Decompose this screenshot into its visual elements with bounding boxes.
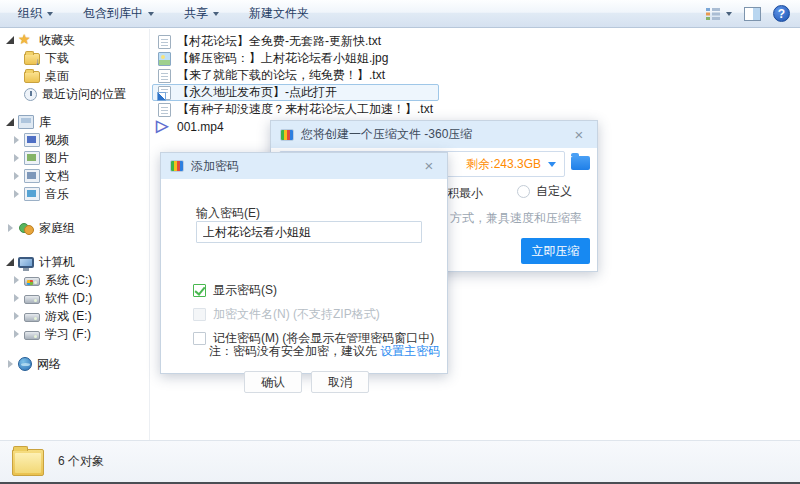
radio-icon[interactable] [517, 185, 530, 198]
sidebar-item-drive-d[interactable]: 软件 (D:) [0, 289, 149, 307]
sidebar-item-videos[interactable]: 视频 [0, 131, 149, 149]
sidebar-item-drive-e[interactable]: 游戏 (E:) [0, 307, 149, 325]
drive-icon [24, 295, 40, 304]
expand-triangle-icon[interactable] [10, 190, 22, 198]
navigation-pane: 收藏夹 下载 桌面 最近访问的位置 库 视频 图片 文档 音乐 [0, 29, 150, 440]
checkbox-icon[interactable] [193, 332, 206, 345]
recent-places-icon [24, 88, 37, 101]
sidebar-item-drive-c[interactable]: 系统 (C:) [0, 271, 149, 289]
music-library-icon [24, 187, 40, 201]
option-custom[interactable]: 自定义 [517, 183, 572, 200]
explorer-window: { "toolbar": { "organize": "组织", "includ… [0, 0, 800, 484]
file-row[interactable]: 【有种子却没速度？来村花论坛人工加速！】.txt [152, 101, 439, 118]
include-in-library-label: 包含到库中 [83, 5, 143, 22]
new-folder-label: 新建文件夹 [249, 5, 309, 22]
note-text: 注：密码没有安全加密，建议先 [209, 344, 380, 358]
sidebar-item-label: 下载 [45, 50, 69, 67]
chevron-down-icon [47, 12, 53, 16]
include-in-library-menu[interactable]: 包含到库中 [75, 1, 162, 26]
expand-triangle-icon[interactable] [10, 136, 22, 144]
sidebar-item-label: 库 [39, 114, 51, 131]
collapse-triangle-icon[interactable] [4, 36, 16, 44]
shortcut-file-icon [158, 86, 171, 100]
sidebar-item-music[interactable]: 音乐 [0, 185, 149, 203]
sidebar-item-computer[interactable]: 计算机 [0, 253, 149, 271]
file-name: 【永久地址发布页】-点此打开 [177, 84, 337, 101]
sidebar-item-desktop[interactable]: 桌面 [0, 67, 149, 85]
file-row[interactable]: 【村花论坛】全免费-无套路-更新快.txt [152, 33, 439, 50]
sidebar-item-label: 学习 (F:) [45, 326, 91, 343]
sidebar-item-label: 最近访问的位置 [42, 86, 126, 103]
remaining-space-label: 剩余:243.3GB [466, 156, 541, 173]
organize-label: 组织 [18, 5, 42, 22]
sidebar-item-homegroup[interactable]: 家庭组 [0, 219, 149, 237]
sidebar-item-downloads[interactable]: 下载 [0, 49, 149, 67]
expand-triangle-icon[interactable] [4, 360, 16, 368]
expand-triangle-icon[interactable] [10, 172, 22, 180]
sidebar-item-recent-places[interactable]: 最近访问的位置 [0, 85, 149, 103]
video-file-icon [158, 120, 171, 134]
views-icon [705, 7, 721, 21]
sidebar-item-label: 视频 [45, 132, 69, 149]
file-row-selected[interactable]: 【永久地址发布页】-点此打开 [152, 84, 439, 101]
collapse-triangle-icon[interactable] [4, 258, 16, 266]
expand-triangle-icon[interactable] [10, 312, 22, 320]
show-password-checkbox-row[interactable]: 显示密码(S) [193, 281, 277, 299]
file-row[interactable]: 【解压密码：】上村花论坛看小姐姐.jpg [152, 50, 439, 67]
sidebar-item-favorites[interactable]: 收藏夹 [0, 31, 149, 49]
sidebar-item-label: 音乐 [45, 186, 69, 203]
sidebar-item-network[interactable]: 网络 [0, 355, 149, 373]
confirm-button[interactable]: 确认 [244, 371, 302, 393]
sidebar-item-label: 图片 [45, 150, 69, 167]
chevron-down-icon[interactable] [548, 162, 556, 167]
set-master-password-link[interactable]: 设置主密码 [380, 344, 440, 358]
checkbox-checked-icon[interactable] [193, 284, 206, 297]
collapse-triangle-icon[interactable] [4, 118, 16, 126]
checkbox-label: 加密文件名(N) (不支持ZIP格式) [213, 306, 380, 323]
system-drive-icon [24, 277, 40, 286]
checkbox-label: 显示密码(S) [213, 282, 277, 299]
browse-folder-icon[interactable] [571, 156, 590, 170]
favorites-star-icon [18, 33, 34, 47]
password-input[interactable] [196, 221, 422, 243]
preview-pane-button[interactable] [744, 7, 761, 21]
360zip-app-icon [170, 160, 184, 172]
preview-pane-icon [744, 7, 761, 21]
help-icon[interactable]: ? [773, 5, 790, 22]
compress-dialog-titlebar: 您将创建一个压缩文件 -360压缩 × [271, 121, 597, 148]
image-file-icon [158, 52, 171, 66]
file-name: 【来了就能下载的论坛，纯免费！】.txt [177, 67, 385, 84]
sidebar-item-label: 收藏夹 [39, 32, 75, 49]
sidebar-item-documents[interactable]: 文档 [0, 167, 149, 185]
sidebar-item-label: 游戏 (E:) [45, 308, 92, 325]
text-file-icon [158, 69, 171, 83]
sidebar-item-label: 桌面 [45, 68, 69, 85]
share-menu[interactable]: 共享 [176, 1, 227, 26]
sidebar-item-label: 软件 (D:) [45, 290, 92, 307]
expand-triangle-icon[interactable] [10, 276, 22, 284]
close-icon[interactable]: × [420, 157, 438, 175]
file-name: 【解压密码：】上村花论坛看小姐姐.jpg [177, 50, 388, 67]
expand-triangle-icon[interactable] [10, 154, 22, 162]
password-label: 输入密码(E) [196, 205, 260, 222]
compression-hint: 方式，兼具速度和压缩率 [450, 210, 582, 227]
expand-triangle-icon[interactable] [10, 330, 22, 338]
network-icon [18, 357, 32, 371]
desktop-folder-icon [24, 71, 40, 83]
organize-menu[interactable]: 组织 [10, 1, 61, 26]
expand-triangle-icon[interactable] [4, 224, 16, 232]
drive-icon [24, 313, 40, 322]
add-password-dialog: 添加密码 × 输入密码(E) 显示密码(S) 加密文件名(N) (不支持ZIP格… [160, 152, 448, 374]
close-icon[interactable]: × [570, 126, 588, 144]
new-folder-button[interactable]: 新建文件夹 [241, 1, 317, 26]
compress-now-button[interactable]: 立即压缩 [521, 238, 590, 264]
sidebar-item-pictures[interactable]: 图片 [0, 149, 149, 167]
sidebar-item-libraries[interactable]: 库 [0, 113, 149, 131]
details-pane: 6 个对象 [0, 440, 800, 484]
expand-triangle-icon[interactable] [10, 294, 22, 302]
sidebar-item-drive-f[interactable]: 学习 (F:) [0, 325, 149, 343]
file-row[interactable]: 【来了就能下载的论坛，纯免费！】.txt [152, 67, 439, 84]
encrypt-filename-checkbox-row[interactable]: 加密文件名(N) (不支持ZIP格式) [193, 305, 380, 323]
change-view-button[interactable] [705, 7, 732, 21]
cancel-button[interactable]: 取消 [311, 371, 369, 393]
